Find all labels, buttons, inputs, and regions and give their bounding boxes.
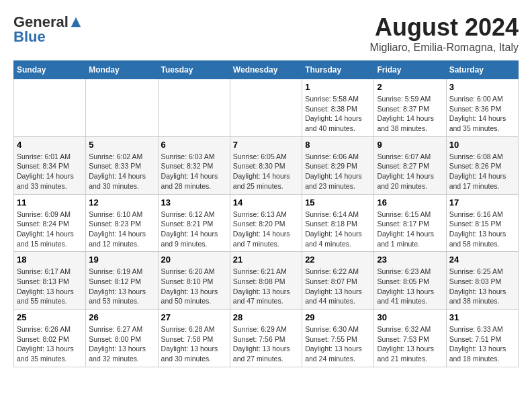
calendar-cell: 12Sunrise: 6:10 AMSunset: 8:23 PMDayligh… [86, 194, 158, 252]
day-info: Sunrise: 6:22 AMSunset: 8:07 PMDaylight:… [305, 267, 371, 306]
calendar-cell: 21Sunrise: 6:21 AMSunset: 8:08 PMDayligh… [230, 252, 302, 310]
day-number: 4 [17, 140, 83, 150]
day-number: 16 [377, 197, 443, 208]
day-number: 2 [377, 82, 443, 92]
day-info: Sunrise: 6:17 AMSunset: 8:13 PMDaylight:… [17, 267, 83, 306]
day-info: Sunrise: 6:00 AMSunset: 8:36 PMDaylight:… [449, 94, 515, 134]
calendar-cell: 9Sunrise: 6:07 AMSunset: 8:27 PMDaylight… [374, 136, 446, 194]
day-number: 3 [449, 82, 515, 92]
calendar-week-5: 25Sunrise: 6:26 AMSunset: 8:02 PMDayligh… [14, 310, 519, 367]
calendar-cell: 20Sunrise: 6:20 AMSunset: 8:10 PMDayligh… [158, 252, 230, 310]
day-info: Sunrise: 6:02 AMSunset: 8:33 PMDaylight:… [89, 152, 154, 191]
day-number: 25 [17, 312, 83, 322]
day-number: 28 [233, 312, 299, 322]
logo-blue-text: Blue [13, 28, 46, 46]
day-info: Sunrise: 6:08 AMSunset: 8:26 PMDaylight:… [449, 152, 515, 191]
day-info: Sunrise: 6:10 AMSunset: 8:23 PMDaylight:… [89, 210, 154, 249]
day-info: Sunrise: 6:21 AMSunset: 8:08 PMDaylight:… [233, 267, 299, 306]
calendar-cell: 16Sunrise: 6:15 AMSunset: 8:17 PMDayligh… [374, 194, 446, 252]
day-number: 15 [305, 197, 371, 208]
day-number: 27 [161, 312, 227, 322]
day-info: Sunrise: 6:23 AMSunset: 8:05 PMDaylight:… [377, 267, 443, 306]
day-info: Sunrise: 6:14 AMSunset: 8:18 PMDaylight:… [305, 210, 371, 249]
day-number: 31 [449, 312, 515, 322]
calendar-week-2: 4Sunrise: 6:01 AMSunset: 8:34 PMDaylight… [14, 136, 519, 194]
day-info: Sunrise: 6:19 AMSunset: 8:12 PMDaylight:… [89, 267, 154, 306]
day-number: 24 [449, 255, 515, 265]
weekday-header-thursday: Thursday [302, 61, 374, 79]
calendar-cell: 22Sunrise: 6:22 AMSunset: 8:07 PMDayligh… [302, 252, 374, 310]
day-number: 11 [17, 197, 83, 208]
day-info: Sunrise: 6:06 AMSunset: 8:29 PMDaylight:… [305, 152, 371, 191]
day-info: Sunrise: 6:07 AMSunset: 8:27 PMDaylight:… [377, 152, 443, 191]
day-number: 5 [89, 140, 154, 150]
day-number: 7 [233, 140, 299, 150]
calendar-cell: 2Sunrise: 5:59 AMSunset: 8:37 PMDaylight… [374, 79, 446, 137]
calendar-week-4: 18Sunrise: 6:17 AMSunset: 8:13 PMDayligh… [14, 252, 519, 310]
logo-icon [70, 16, 82, 28]
calendar-cell: 17Sunrise: 6:16 AMSunset: 8:15 PMDayligh… [446, 194, 518, 252]
calendar-cell: 28Sunrise: 6:29 AMSunset: 7:56 PMDayligh… [230, 310, 302, 367]
calendar-cell: 18Sunrise: 6:17 AMSunset: 8:13 PMDayligh… [14, 252, 86, 310]
day-info: Sunrise: 6:13 AMSunset: 8:20 PMDaylight:… [233, 210, 299, 249]
calendar-week-1: 1Sunrise: 5:58 AMSunset: 8:38 PMDaylight… [14, 79, 519, 137]
day-info: Sunrise: 6:25 AMSunset: 8:03 PMDaylight:… [449, 267, 515, 306]
weekday-header-saturday: Saturday [446, 61, 518, 79]
weekday-header-wednesday: Wednesday [230, 61, 302, 79]
day-number: 20 [161, 255, 227, 265]
weekday-header-friday: Friday [374, 61, 446, 79]
day-number: 22 [305, 255, 371, 265]
calendar-cell: 30Sunrise: 6:32 AMSunset: 7:53 PMDayligh… [374, 310, 446, 367]
calendar-cell: 10Sunrise: 6:08 AMSunset: 8:26 PMDayligh… [446, 136, 518, 194]
calendar-cell: 1Sunrise: 5:58 AMSunset: 8:38 PMDaylight… [302, 79, 374, 137]
day-info: Sunrise: 6:30 AMSunset: 7:55 PMDaylight:… [305, 324, 371, 364]
weekday-header-sunday: Sunday [14, 61, 86, 79]
calendar-cell: 4Sunrise: 6:01 AMSunset: 8:34 PMDaylight… [14, 136, 86, 194]
calendar-cell: 25Sunrise: 6:26 AMSunset: 8:02 PMDayligh… [14, 310, 86, 367]
day-number: 30 [377, 312, 443, 322]
calendar-cell: 15Sunrise: 6:14 AMSunset: 8:18 PMDayligh… [302, 194, 374, 252]
day-info: Sunrise: 6:28 AMSunset: 7:58 PMDaylight:… [161, 324, 227, 364]
day-number: 17 [449, 197, 515, 208]
day-info: Sunrise: 6:26 AMSunset: 8:02 PMDaylight:… [17, 324, 83, 364]
day-number: 13 [161, 197, 227, 208]
day-info: Sunrise: 5:59 AMSunset: 8:37 PMDaylight:… [377, 94, 443, 134]
calendar-cell: 5Sunrise: 6:02 AMSunset: 8:33 PMDaylight… [86, 136, 158, 194]
calendar-cell: 29Sunrise: 6:30 AMSunset: 7:55 PMDayligh… [302, 310, 374, 367]
title-section: August 2024 Migliaro, Emilia-Romagna, It… [370, 13, 519, 54]
calendar-cell: 13Sunrise: 6:12 AMSunset: 8:21 PMDayligh… [158, 194, 230, 252]
day-info: Sunrise: 5:58 AMSunset: 8:38 PMDaylight:… [305, 94, 371, 134]
subtitle: Migliaro, Emilia-Romagna, Italy [370, 42, 519, 54]
calendar-cell: 8Sunrise: 6:06 AMSunset: 8:29 PMDaylight… [302, 136, 374, 194]
calendar-cell: 14Sunrise: 6:13 AMSunset: 8:20 PMDayligh… [230, 194, 302, 252]
day-info: Sunrise: 6:33 AMSunset: 7:51 PMDaylight:… [449, 324, 515, 364]
calendar-cell: 3Sunrise: 6:00 AMSunset: 8:36 PMDaylight… [446, 79, 518, 137]
day-number: 1 [305, 82, 371, 92]
day-number: 6 [161, 140, 227, 150]
day-info: Sunrise: 6:01 AMSunset: 8:34 PMDaylight:… [17, 152, 83, 191]
day-number: 18 [17, 255, 83, 265]
weekday-header-tuesday: Tuesday [158, 61, 230, 79]
day-number: 26 [89, 312, 154, 322]
calendar-cell: 11Sunrise: 6:09 AMSunset: 8:24 PMDayligh… [14, 194, 86, 252]
calendar-cell: 7Sunrise: 6:05 AMSunset: 8:30 PMDaylight… [230, 136, 302, 194]
calendar-cell: 6Sunrise: 6:03 AMSunset: 8:32 PMDaylight… [158, 136, 230, 194]
calendar-cell [14, 79, 86, 137]
day-number: 10 [449, 140, 515, 150]
day-info: Sunrise: 6:27 AMSunset: 8:00 PMDaylight:… [89, 324, 154, 364]
calendar-cell [158, 79, 230, 137]
day-number: 8 [305, 140, 371, 150]
weekday-header-row: SundayMondayTuesdayWednesdayThursdayFrid… [14, 61, 519, 79]
day-info: Sunrise: 6:12 AMSunset: 8:21 PMDaylight:… [161, 210, 227, 249]
day-number: 9 [377, 140, 443, 150]
calendar-table: SundayMondayTuesdayWednesdayThursdayFrid… [13, 60, 519, 367]
weekday-header-monday: Monday [86, 61, 158, 79]
day-number: 23 [377, 255, 443, 265]
day-number: 19 [89, 255, 154, 265]
day-info: Sunrise: 6:16 AMSunset: 8:15 PMDaylight:… [449, 210, 515, 249]
day-number: 21 [233, 255, 299, 265]
day-info: Sunrise: 6:05 AMSunset: 8:30 PMDaylight:… [233, 152, 299, 191]
calendar-cell: 31Sunrise: 6:33 AMSunset: 7:51 PMDayligh… [446, 310, 518, 367]
calendar-cell: 19Sunrise: 6:19 AMSunset: 8:12 PMDayligh… [86, 252, 158, 310]
page-header: General Blue August 2024 Migliaro, Emili… [13, 13, 519, 54]
